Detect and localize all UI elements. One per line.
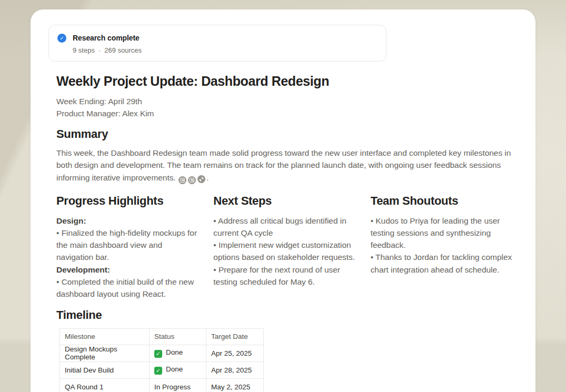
- research-status-title: Research complete: [73, 34, 140, 42]
- notion-citation-icon[interactable]: N: [188, 176, 196, 184]
- bullet-item: • Kudos to Priya for leading the user te…: [371, 215, 513, 252]
- status-cell: ✓Done: [150, 345, 206, 361]
- status-cell: In Progress: [150, 378, 206, 392]
- target-date-cell: Apr 28, 2025: [206, 361, 264, 378]
- summary-paragraph: This week, the Dashboard Redesign team m…: [56, 147, 513, 184]
- notion-citation-icon[interactable]: N: [178, 176, 186, 184]
- meta-product-manager: Product Manager: Alex Kim: [56, 107, 513, 119]
- slack-citation-icon[interactable]: [197, 175, 205, 183]
- research-status-banner[interactable]: ✓ Research complete 9 steps · 269 source…: [48, 25, 386, 62]
- team-shoutouts-heading: Team Shoutouts: [371, 194, 513, 208]
- green-check-icon: ✓: [154, 350, 162, 358]
- research-status-meta: 9 steps · 269 sources: [73, 46, 142, 54]
- bullet-item: • Implement new widget customization opt…: [213, 239, 356, 264]
- milestone-cell: QA Round 1: [60, 378, 150, 392]
- table-row: QA Round 1 In Progress May 2, 2025: [60, 378, 264, 392]
- column-header-status: Status: [150, 328, 206, 345]
- three-column-section: Progress Highlights Design: • Finalized …: [56, 194, 513, 300]
- summary-heading: Summary: [56, 127, 513, 141]
- development-label: Development:: [56, 264, 199, 276]
- target-date-cell: Apr 25, 2025: [206, 345, 264, 361]
- table-row: Design Mockups Complete ✓Done Apr 25, 20…: [60, 345, 264, 361]
- bullet-item: • Prepare for the next round of user tes…: [213, 264, 356, 288]
- bullet-item: • Completed the initial build of the new…: [56, 276, 199, 300]
- column-header-milestone: Milestone: [60, 328, 150, 345]
- bullet-item: • Finalized the high-fidelity mockups fo…: [56, 227, 199, 264]
- document-card: ✓ Research complete 9 steps · 269 source…: [31, 9, 535, 392]
- meta-separator: ·: [98, 46, 101, 54]
- summary-trailing-period: .: [206, 173, 208, 182]
- bullet-item: • Thanks to Jordan for tackling complex …: [371, 251, 513, 276]
- document-body: Weekly Project Update: Dashboard Redesig…: [56, 73, 513, 392]
- progress-highlights-heading: Progress Highlights: [56, 194, 199, 208]
- table-row: Initial Dev Build ✓Done Apr 28, 2025: [60, 361, 264, 378]
- column-next-steps: Next Steps • Address all critical bugs i…: [213, 194, 356, 300]
- status-cell: ✓Done: [150, 361, 206, 378]
- milestone-cell: Design Mockups Complete: [60, 345, 150, 361]
- table-header-row: Milestone Status Target Date: [60, 328, 264, 345]
- check-circle-icon: ✓: [57, 34, 66, 43]
- steps-count: 9 steps: [73, 46, 95, 54]
- column-progress-highlights: Progress Highlights Design: • Finalized …: [56, 194, 199, 300]
- timeline-table: Milestone Status Target Date Design Mock…: [59, 328, 264, 392]
- summary-text: This week, the Dashboard Redesign team m…: [56, 148, 511, 182]
- meta-week-ending: Week Ending: April 29th: [56, 95, 513, 107]
- milestone-cell: Initial Dev Build: [60, 361, 150, 378]
- page-title: Weekly Project Update: Dashboard Redesig…: [56, 73, 513, 89]
- next-steps-heading: Next Steps: [213, 194, 356, 208]
- bullet-item: • Address all critical bugs identified i…: [213, 215, 356, 239]
- column-header-target-date: Target Date: [206, 328, 264, 345]
- target-date-cell: May 2, 2025: [206, 378, 264, 392]
- document-meta: Week Ending: April 29th Product Manager:…: [56, 95, 513, 119]
- sources-count: 269 sources: [104, 46, 142, 54]
- design-label: Design:: [56, 215, 199, 227]
- green-check-icon: ✓: [154, 367, 162, 375]
- timeline-heading: Timeline: [56, 308, 513, 322]
- column-team-shoutouts: Team Shoutouts • Kudos to Priya for lead…: [371, 194, 513, 300]
